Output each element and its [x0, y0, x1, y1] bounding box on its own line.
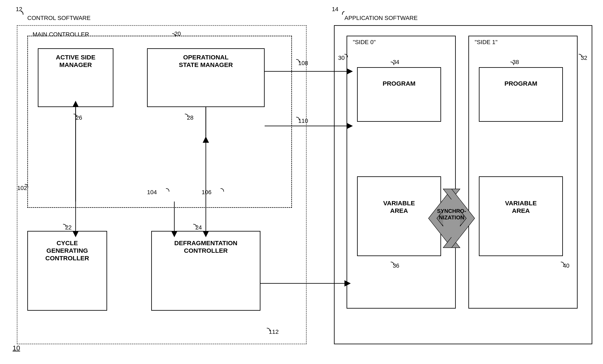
program-side1-box: [479, 67, 563, 122]
ref-106: 106: [202, 189, 211, 196]
ref-110: 110: [298, 118, 308, 124]
application-software-label: APPLICATION SOFTWARE: [345, 15, 417, 22]
ref-34: 34: [393, 59, 399, 66]
program-side1-label: PROGRAM: [480, 80, 562, 87]
ref-24: 24: [195, 224, 202, 231]
ref-38: 38: [512, 59, 519, 66]
ref-40: 40: [563, 262, 569, 269]
ref-14: 14: [332, 6, 338, 12]
active-side-manager-label: ACTIVE SIDEMANAGER: [39, 54, 112, 69]
ref-26: 26: [76, 114, 82, 121]
defrag-label: DEFRAGMENTATIONCONTROLLER: [152, 239, 259, 254]
ref-30: 30: [338, 55, 345, 61]
ref-20: 20: [174, 30, 181, 37]
ref-10: 10: [12, 344, 20, 352]
operational-state-manager-label: OPERATIONALSTATE MANAGER: [148, 54, 264, 69]
ref-36: 36: [393, 262, 399, 269]
ref-104: 104: [147, 189, 157, 196]
variable-area-side1-label: VARIABLEAREA: [480, 199, 562, 215]
ref-108: 108: [298, 60, 308, 67]
diagram: 10 12 CONTROL SOFTWARE 14 APPLICATION SO…: [0, 0, 603, 364]
ref-12: 12: [16, 6, 22, 12]
synchronization-label: SYNCHRO-NIZATION: [429, 208, 475, 221]
cycle-gen-label: CYCLEGENERATINGCONTROLLER: [28, 239, 106, 262]
ref-22: 22: [65, 224, 72, 231]
variable-area-side1-box: [479, 176, 563, 256]
program-side0-label: PROGRAM: [358, 80, 440, 87]
side0-label: "SIDE 0": [353, 39, 376, 46]
ref-32: 32: [581, 55, 587, 61]
ref-102: 102: [17, 185, 27, 192]
ref-28: 28: [187, 114, 193, 121]
program-side0-box: [357, 67, 441, 122]
control-software-label: CONTROL SOFTWARE: [27, 15, 91, 22]
ref-112: 112: [269, 329, 279, 335]
side1-label: "SIDE 1": [475, 39, 498, 46]
main-controller-label: MAIN CONTROLLER: [33, 31, 89, 38]
